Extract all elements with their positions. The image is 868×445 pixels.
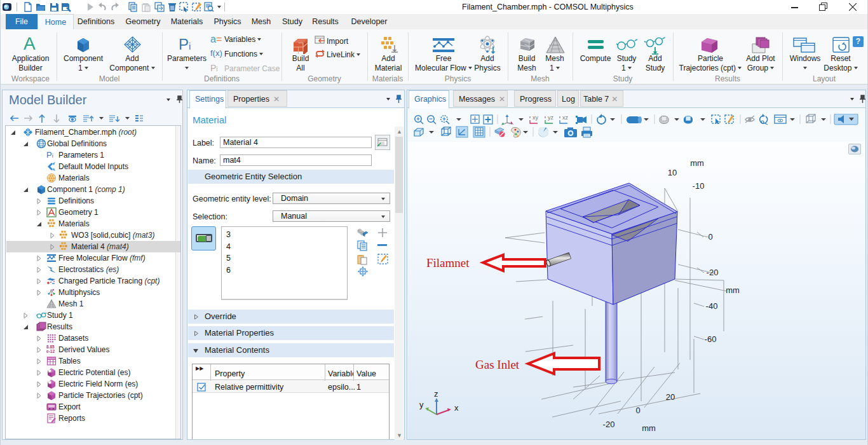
svg-text:mm: mm bbox=[690, 158, 704, 168]
svg-text:y: y bbox=[419, 400, 424, 409]
svg-text:-20: -20 bbox=[707, 268, 719, 277]
svg-text:0: 0 bbox=[635, 406, 640, 415]
svg-text:-60: -60 bbox=[705, 334, 717, 344]
svg-text:mm: mm bbox=[726, 285, 740, 295]
svg-text:Gas Inlet: Gas Inlet bbox=[475, 358, 520, 371]
svg-text:z: z bbox=[434, 389, 438, 399]
svg-text:-20: -20 bbox=[603, 420, 615, 429]
svg-text:xy: xy bbox=[532, 114, 539, 121]
svg-text:20: 20 bbox=[666, 392, 675, 402]
svg-text:xz: xz bbox=[562, 114, 569, 121]
svg-text:-40: -40 bbox=[706, 301, 718, 311]
svg-text:Filamnet: Filamnet bbox=[426, 256, 470, 270]
svg-text:mm: mm bbox=[642, 423, 656, 433]
svg-text:x: x bbox=[454, 403, 459, 413]
svg-text:yz: yz bbox=[548, 114, 554, 121]
svg-text:10: 10 bbox=[668, 168, 677, 177]
svg-text:-10: -10 bbox=[693, 181, 705, 191]
svg-text:0: 0 bbox=[708, 232, 712, 242]
